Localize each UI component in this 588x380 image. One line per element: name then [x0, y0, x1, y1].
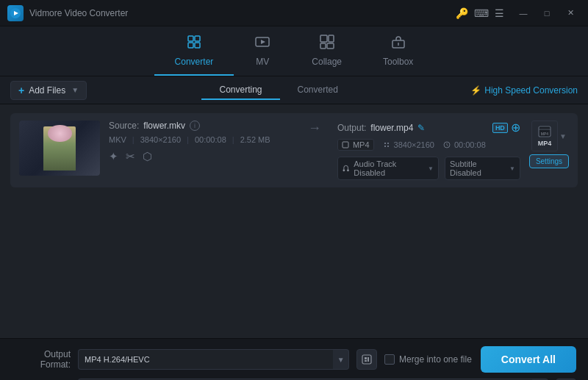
- output-label: Output:: [337, 123, 366, 133]
- merge-label: Merge into one file: [399, 354, 472, 365]
- svg-rect-3: [195, 36, 200, 41]
- output-meta: MP4 3840×2160 00:00:08: [337, 139, 520, 151]
- collage-tab-label: Collage: [312, 57, 342, 67]
- subtitle-label: Subtitle Disabled: [450, 159, 506, 177]
- output-add-icon[interactable]: ⊕: [511, 121, 520, 135]
- edit-filename-icon[interactable]: ✎: [417, 123, 425, 133]
- output-format-value[interactable]: MP4 H.264/HEVC: [78, 349, 333, 370]
- sub-tab-switcher: Converting Converted: [87, 81, 470, 100]
- audio-dropdown-arrow: ▼: [428, 165, 434, 172]
- bottom-right: Merge into one file Convert All: [384, 346, 576, 373]
- source-filename: flower.mkv: [143, 121, 185, 131]
- effects-icon[interactable]: ⬡: [143, 150, 152, 163]
- output-header-right: HD ⊕: [492, 121, 520, 135]
- title-bar: Vidmore Video Converter 🔑 ⌨ ☰ — □ ✕: [0, 0, 588, 26]
- monitor-icon[interactable]: ⌨: [474, 7, 489, 19]
- info-icon[interactable]: i: [190, 121, 200, 131]
- settings-button[interactable]: Settings: [529, 154, 569, 168]
- source-row: Source: flower.mkv i: [109, 121, 292, 131]
- tab-mv[interactable]: MV: [234, 26, 291, 76]
- svg-rect-23: [365, 360, 367, 362]
- toolbox-icon: [390, 34, 406, 54]
- close-button[interactable]: ✕: [560, 6, 581, 21]
- svg-point-15: [343, 169, 345, 171]
- svg-rect-21: [365, 357, 367, 359]
- collage-icon: [319, 34, 335, 54]
- sub-tab-converting[interactable]: Converting: [201, 81, 279, 100]
- svg-rect-5: [195, 43, 200, 48]
- tab-collage[interactable]: Collage: [291, 26, 362, 76]
- file-info: Source: flower.mkv i MKV | 3840×2160 | 0…: [109, 121, 292, 163]
- audio-track-label: Audio Track Disabled: [354, 159, 425, 177]
- svg-rect-7: [320, 35, 327, 42]
- output-format-icon-btn[interactable]: [356, 349, 377, 370]
- nav-tabs: Converter MV Collage: [0, 26, 588, 76]
- svg-rect-8: [329, 35, 334, 42]
- output-format-label: Output Format:: [12, 349, 71, 370]
- app-title: Vidmore Video Converter: [29, 8, 456, 18]
- plus-icon: +: [18, 85, 24, 96]
- mv-tab-label: MV: [256, 57, 269, 67]
- file-resolution: 3840×2160: [140, 135, 181, 144]
- menu-icon[interactable]: ☰: [495, 7, 504, 19]
- output-format-input-group: MP4 H.264/HEVC ▼: [78, 349, 349, 370]
- maximize-button[interactable]: □: [537, 6, 557, 21]
- output-format-row: Output Format: MP4 H.264/HEVC ▼ Merge in…: [12, 346, 576, 373]
- tab-converter[interactable]: Converter: [154, 26, 234, 76]
- svg-rect-22: [368, 357, 369, 362]
- bolt-icon: ⚡: [470, 85, 481, 96]
- subtitle-dropdown-arrow: ▼: [509, 165, 515, 172]
- dropdown-arrow-icon: ▼: [71, 86, 79, 94]
- minimize-button[interactable]: —: [513, 6, 534, 21]
- converter-tab-label: Converter: [175, 57, 214, 67]
- output-section: Output: flower.mp4 ✎ HD ⊕ MP4 3840×2160: [337, 121, 520, 180]
- toolbar: + Add Files ▼ Converting Converted ⚡ Hig…: [0, 76, 588, 104]
- merge-checkbox[interactable]: [384, 354, 395, 365]
- high-speed-label: High Speed Conversion: [484, 85, 578, 96]
- convert-all-button[interactable]: Convert All: [481, 346, 576, 373]
- converter-icon: [186, 34, 202, 54]
- output-format-dropdown-arrow[interactable]: ▼: [333, 349, 349, 370]
- add-files-label: Add Files: [29, 85, 65, 96]
- output-header: Output: flower.mp4 ✎ HD ⊕: [337, 121, 520, 135]
- hd-badge: HD: [492, 123, 508, 133]
- key-icon[interactable]: 🔑: [456, 7, 468, 19]
- sub-tab-converted[interactable]: Converted: [280, 81, 356, 100]
- add-files-button[interactable]: + Add Files ▼: [10, 81, 87, 100]
- file-thumbnail: [19, 121, 100, 176]
- window-controls: — □ ✕: [513, 6, 581, 21]
- app-icon: [7, 5, 24, 21]
- file-actions: ✦ ✂ ⬡: [109, 150, 292, 163]
- svg-text:MP4: MP4: [541, 132, 549, 136]
- source-label: Source:: [109, 121, 139, 131]
- title-icons: 🔑 ⌨ ☰: [456, 7, 504, 19]
- svg-rect-4: [188, 43, 193, 48]
- merge-checkbox-row: Merge into one file: [384, 354, 472, 365]
- file-format: MKV: [109, 135, 126, 144]
- format-thumb-name: MP4: [538, 140, 552, 147]
- output-right-col: MP4 MP4 ▼ Settings: [529, 121, 569, 168]
- audio-track-dropdown[interactable]: Audio Track Disabled ▼: [337, 157, 439, 180]
- high-speed-button[interactable]: ⚡ High Speed Conversion: [470, 85, 578, 96]
- toolbox-tab-label: Toolbox: [383, 57, 413, 67]
- output-resolution: 3840×2160: [383, 140, 434, 149]
- subtitle-dropdown[interactable]: Subtitle Disabled ▼: [445, 157, 520, 180]
- output-format-tag: MP4: [337, 139, 374, 151]
- svg-rect-13: [343, 142, 348, 148]
- svg-rect-2: [188, 36, 193, 41]
- convert-arrow: →: [301, 121, 329, 136]
- file-item: Source: flower.mkv i MKV | 3840×2160 | 0…: [10, 113, 578, 187]
- tab-toolbox[interactable]: Toolbox: [362, 26, 434, 76]
- main-content: Source: flower.mkv i MKV | 3840×2160 | 0…: [0, 104, 588, 338]
- trim-icon[interactable]: ✂: [126, 150, 135, 163]
- cut-icon[interactable]: ✦: [109, 150, 118, 163]
- bottom-bar: Output Format: MP4 H.264/HEVC ▼ Merge in…: [0, 338, 588, 380]
- output-filename: flower.mp4: [370, 123, 413, 133]
- format-thumb-arrow[interactable]: ▼: [559, 132, 567, 140]
- svg-rect-9: [320, 43, 326, 49]
- output-dropdowns: Audio Track Disabled ▼ Subtitle Disabled…: [337, 157, 520, 180]
- file-meta: MKV | 3840×2160 | 00:00:08 | 2.52 MB: [109, 135, 292, 144]
- file-duration: 00:00:08: [195, 135, 226, 144]
- svg-point-16: [347, 169, 349, 171]
- file-size: 2.52 MB: [240, 135, 270, 144]
